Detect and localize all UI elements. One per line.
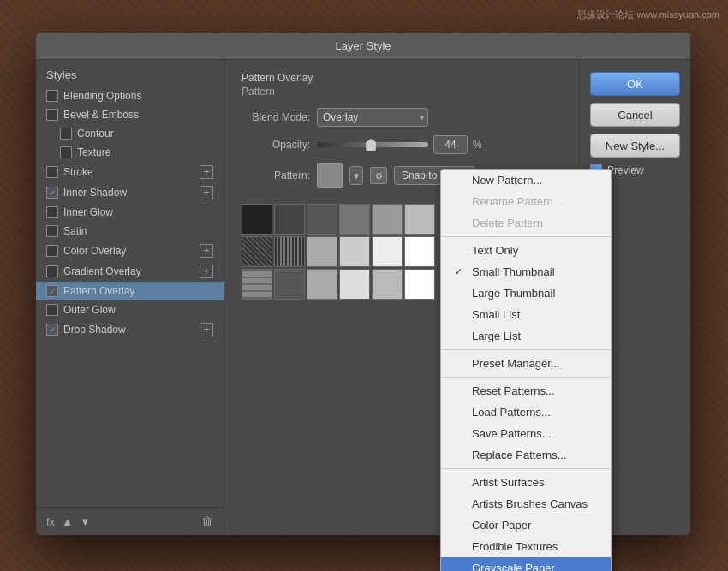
pattern-dropdown-wrapper: ▾ — [349, 166, 363, 185]
menu-item-color-paper[interactable]: Color Paper — [441, 514, 611, 536]
blend-mode-select[interactable]: Overlay Normal Multiply Screen — [317, 108, 428, 127]
blend-mode-label: Blend Mode: — [242, 111, 310, 123]
cancel-button[interactable]: Cancel — [590, 103, 680, 127]
menu-item-reset-patterns[interactable]: Reset Patterns... — [441, 380, 611, 401]
gradient-overlay-add-icon[interactable]: + — [200, 265, 213, 278]
pattern-cell-18[interactable] — [404, 269, 435, 300]
bevel-emboss-checkbox — [46, 109, 58, 121]
style-item-pattern-overlay[interactable]: Pattern Overlay — [36, 282, 224, 300]
inner-glow-checkbox — [46, 206, 58, 218]
stroke-checkbox — [46, 166, 58, 178]
pattern-cell-7[interactable] — [242, 236, 272, 267]
gradient-overlay-checkbox — [46, 265, 58, 277]
panel-subtitle: Pattern — [242, 86, 562, 98]
satin-checkbox — [46, 225, 58, 237]
menu-item-large-list[interactable]: Large List — [441, 325, 611, 347]
style-item-contour[interactable]: Contour — [36, 124, 224, 143]
dialog-title: Layer Style — [36, 33, 690, 60]
opacity-input[interactable] — [433, 135, 468, 154]
pattern-cell-1[interactable] — [242, 204, 272, 235]
style-item-blending-options[interactable]: Blending Options — [36, 86, 224, 105]
menu-item-delete-pattern: Delete Pattern — [441, 212, 611, 234]
menu-item-small-list[interactable]: Small List — [441, 304, 611, 325]
style-item-color-overlay[interactable]: Color Overlay + — [36, 241, 224, 261]
menu-item-artist-surfaces[interactable]: Artist Surfaces — [441, 472, 611, 493]
style-item-stroke[interactable]: Stroke + — [36, 162, 224, 182]
opacity-row: Opacity: % — [242, 135, 562, 154]
pattern-dropdown-button[interactable]: ▾ — [349, 166, 363, 185]
ok-button[interactable]: OK — [590, 72, 680, 96]
styles-footer: fx ▲ ▼ 🗑 — [36, 507, 224, 535]
menu-item-large-thumbnail[interactable]: Large Thumbnail — [441, 283, 611, 304]
pattern-cell-10[interactable] — [339, 236, 370, 267]
menu-item-new-pattern[interactable]: New Pattern... — [441, 170, 611, 191]
menu-item-save-patterns[interactable]: Save Patterns... — [441, 423, 611, 444]
menu-divider-4 — [441, 468, 611, 469]
move-down-icon[interactable]: ▼ — [80, 515, 91, 528]
texture-checkbox — [60, 146, 72, 158]
new-style-button[interactable]: New Style... — [590, 134, 680, 158]
menu-item-rename-pattern: Rename Pattern... — [441, 191, 611, 212]
style-item-texture[interactable]: Texture — [36, 143, 224, 162]
style-item-drop-shadow[interactable]: Drop Shadow + — [36, 319, 224, 340]
opacity-slider-container: % — [317, 135, 482, 154]
pattern-label: Pattern: — [242, 170, 310, 181]
color-overlay-checkbox — [46, 245, 58, 257]
blending-options-checkbox — [46, 90, 58, 102]
pattern-cell-6[interactable] — [404, 204, 435, 235]
inner-shadow-checkbox — [46, 187, 58, 199]
inner-shadow-add-icon[interactable]: + — [200, 186, 213, 199]
menu-item-grayscale-paper[interactable]: Grayscale Paper — [441, 557, 611, 571]
menu-divider-3 — [441, 377, 611, 378]
contour-checkbox — [60, 128, 72, 140]
outer-glow-checkbox — [46, 304, 58, 316]
menu-item-erodible-textures[interactable]: Erodible Textures — [441, 536, 611, 557]
opacity-slider-track[interactable] — [317, 142, 428, 147]
pattern-cell-5[interactable] — [372, 204, 403, 235]
blend-mode-wrapper: Overlay Normal Multiply Screen — [317, 108, 428, 127]
move-up-icon[interactable]: ▲ — [62, 515, 73, 528]
pattern-cell-17[interactable] — [372, 269, 403, 300]
pattern-cell-3[interactable] — [307, 204, 337, 235]
preview-label: Preview — [607, 164, 644, 176]
pattern-cell-11[interactable] — [372, 236, 403, 267]
menu-divider-2 — [441, 349, 611, 350]
style-item-satin[interactable]: Satin — [36, 222, 224, 241]
styles-panel-header: Styles — [36, 60, 224, 86]
context-dropdown-menu: New Pattern... Rename Pattern... Delete … — [440, 169, 612, 571]
opacity-label: Opacity: — [242, 139, 310, 151]
fx-icon[interactable]: fx — [46, 515, 55, 528]
menu-item-artists-brushes-canvas[interactable]: Artists Brushes Canvas — [441, 493, 611, 514]
blend-mode-row: Blend Mode: Overlay Normal Multiply Scre… — [242, 108, 562, 127]
color-overlay-add-icon[interactable]: + — [200, 244, 213, 258]
menu-item-small-thumbnail[interactable]: Small Thumbnail — [441, 261, 611, 283]
pattern-cell-16[interactable] — [339, 269, 370, 300]
delete-icon[interactable]: 🗑 — [201, 514, 213, 528]
menu-item-load-patterns[interactable]: Load Patterns... — [441, 401, 611, 423]
style-item-outer-glow[interactable]: Outer Glow — [36, 300, 224, 319]
opacity-slider-thumb — [366, 139, 376, 151]
pattern-cell-2[interactable] — [274, 204, 305, 235]
pattern-cell-14[interactable] — [274, 269, 305, 300]
drop-shadow-checkbox — [46, 324, 58, 336]
styles-panel: Styles Blending Options Bevel & Emboss C… — [36, 60, 224, 535]
menu-item-text-only[interactable]: Text Only — [441, 240, 611, 261]
style-item-inner-shadow[interactable]: Inner Shadow + — [36, 182, 224, 203]
stroke-add-icon[interactable]: + — [200, 165, 213, 179]
style-item-gradient-overlay[interactable]: Gradient Overlay + — [36, 261, 224, 282]
pattern-preview-swatch[interactable] — [317, 163, 343, 188]
pattern-cell-8[interactable] — [274, 236, 305, 267]
watermark: 思缘设计论坛 www.missyuan.com — [577, 9, 719, 21]
pattern-cell-9[interactable] — [307, 236, 337, 267]
opacity-percent: % — [473, 139, 482, 151]
menu-item-preset-manager[interactable]: Preset Manager... — [441, 353, 611, 374]
menu-item-replace-patterns[interactable]: Replace Patterns... — [441, 444, 611, 466]
style-item-bevel-emboss[interactable]: Bevel & Emboss — [36, 105, 224, 124]
pattern-cell-12[interactable] — [404, 236, 435, 267]
pattern-cell-13[interactable] — [242, 269, 272, 300]
pattern-context-button[interactable]: ⚙ — [370, 167, 387, 184]
pattern-cell-4[interactable] — [339, 204, 370, 235]
pattern-cell-15[interactable] — [307, 269, 337, 300]
drop-shadow-add-icon[interactable]: + — [200, 323, 213, 336]
style-item-inner-glow[interactable]: Inner Glow — [36, 203, 224, 222]
